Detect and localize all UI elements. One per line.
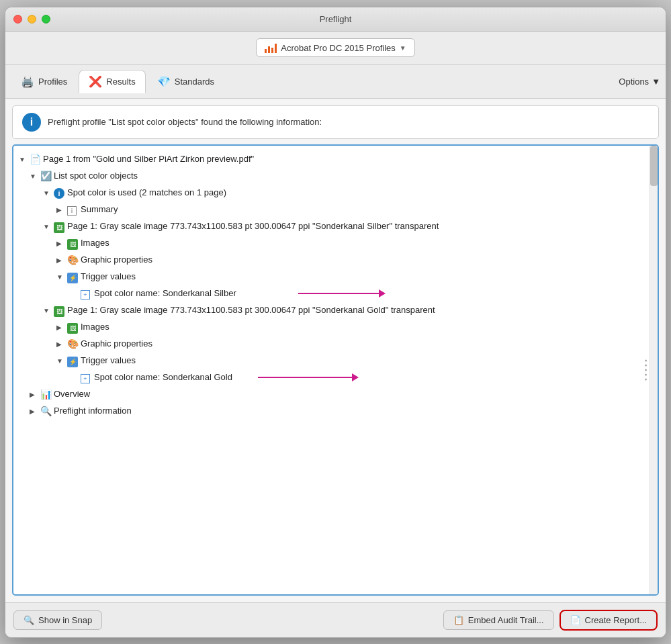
tree-item-13-label: Trigger values xyxy=(81,354,136,367)
tree-row-3[interactable]: ▼ i Spot color is used (2 matches on 1 p… xyxy=(16,185,655,201)
tree-row-7[interactable]: ▶ 🎨 Graphic properties xyxy=(16,252,655,269)
maximize-button[interactable] xyxy=(42,15,50,24)
tab-bar: 🖨️ Profiles ❌ Results 💎 Standards Option… xyxy=(5,65,666,99)
summary-icon: i xyxy=(67,203,81,217)
tree-row-8[interactable]: ▼ ⚡ Trigger values xyxy=(16,269,655,285)
expand-icon-4[interactable]: ▶ xyxy=(56,205,67,215)
scrollbar-track[interactable] xyxy=(650,146,658,594)
tree-item-1-label: Page 1 from "Gold und Silber PiArt Zirko… xyxy=(43,152,254,166)
images-icon-2: 🖼 xyxy=(67,320,81,334)
embed-audit-icon: 📋 xyxy=(453,615,464,625)
tab-profiles[interactable]: 🖨️ Profiles xyxy=(11,70,77,93)
tree-row-5[interactable]: ▼ 🖼 Page 1: Gray scale image 773.743x110… xyxy=(16,218,655,235)
show-snap-button[interactable]: 🔍 Show in Snap xyxy=(13,610,102,630)
create-report-label: Create Report... xyxy=(585,615,647,625)
create-report-icon: 📄 xyxy=(570,615,581,625)
spot-color-icon-1: + xyxy=(81,287,94,301)
tree-item-16-label: Preflight information xyxy=(54,404,132,418)
resize-handle[interactable] xyxy=(645,359,647,380)
expand-icon-13[interactable]: ▼ xyxy=(56,356,67,366)
expand-icon-15[interactable]: ▶ xyxy=(30,389,40,400)
expand-icon-6[interactable]: ▶ xyxy=(56,238,67,248)
show-snap-icon: 🔍 xyxy=(24,615,34,625)
window-title: Preflight xyxy=(320,14,352,24)
close-button[interactable] xyxy=(13,15,22,24)
profiles-icon: 🖨️ xyxy=(21,75,34,88)
tree-row-10[interactable]: ▼ 🖼 Page 1: Gray scale image 773.743x110… xyxy=(16,302,655,319)
tab-results[interactable]: ❌ Results xyxy=(79,70,145,93)
trigger-icon-2: ⚡ xyxy=(67,354,81,368)
tree-item-5-label: Page 1: Gray scale image 773.743x1100.58… xyxy=(67,220,439,233)
tree-row-12[interactable]: ▶ 🎨 Graphic properties xyxy=(16,336,655,353)
images-icon-1: 🖼 xyxy=(67,236,81,250)
expand-icon-3[interactable]: ▼ xyxy=(43,188,54,198)
expand-icon-7[interactable]: ▶ xyxy=(56,255,67,265)
tree-row-15[interactable]: ▶ 📊 Overview xyxy=(16,386,655,403)
main-window: Preflight Acrobat Pro DC 2015 Profiles ▼… xyxy=(5,7,666,638)
image-green-icon-2: 🖼 xyxy=(54,304,67,318)
create-report-button[interactable]: 📄 Create Report... xyxy=(560,610,658,631)
expand-icon-5[interactable]: ▼ xyxy=(43,222,54,232)
arrow-silber xyxy=(298,289,386,297)
expand-icon-11[interactable]: ▶ xyxy=(56,322,67,332)
spot-info-icon: i xyxy=(54,186,67,200)
spot-color-icon-2: + xyxy=(81,371,94,385)
tree-panel[interactable]: ▼ 📄 Page 1 from "Gold und Silber PiArt Z… xyxy=(12,144,659,596)
tab-standards[interactable]: 💎 Standards xyxy=(147,70,224,93)
content-area: i Preflight profile "List spot color obj… xyxy=(5,99,666,602)
tree-row-13[interactable]: ▼ ⚡ Trigger values xyxy=(16,353,655,369)
tree-item-3-label: Spot color is used (2 matches on 1 page) xyxy=(67,186,226,199)
tree-item-15-label: Overview xyxy=(54,387,90,401)
tree-row-4[interactable]: ▶ i Summary xyxy=(16,201,655,218)
minimize-button[interactable] xyxy=(28,15,36,24)
scrollbar-thumb[interactable] xyxy=(650,146,658,186)
tab-results-label: Results xyxy=(106,77,135,87)
tree-item-9-label: Spot color name: Sonderkanal Silber xyxy=(94,287,236,300)
tree-row-14[interactable]: + Spot color name: Sonderkanal Gold xyxy=(16,369,655,386)
tree-item-11-label: Images xyxy=(81,320,109,334)
preflight-info-icon: 🔍 xyxy=(40,404,54,418)
expand-icon-8[interactable]: ▼ xyxy=(56,272,67,282)
tree-row-16[interactable]: ▶ 🔍 Preflight information xyxy=(16,403,655,420)
pdf-icon: 📄 xyxy=(30,152,43,167)
expand-icon-2[interactable]: ▼ xyxy=(30,171,40,181)
options-button[interactable]: Options ▼ xyxy=(619,77,660,87)
info-icon: i xyxy=(22,113,41,132)
profile-toolbar: Acrobat Pro DC 2015 Profiles ▼ xyxy=(5,32,666,65)
tree-row-2[interactable]: ▼ ☑️ List spot color objects xyxy=(16,168,655,185)
tree-item-2-label: List spot color objects xyxy=(54,169,138,183)
overview-icon: 📊 xyxy=(40,387,54,402)
standards-icon: 💎 xyxy=(157,75,171,88)
tree-row-1[interactable]: ▼ 📄 Page 1 from "Gold und Silber PiArt Z… xyxy=(16,151,655,168)
expand-icon-16[interactable]: ▶ xyxy=(30,406,40,416)
tree-panel-wrapper: ▼ 📄 Page 1 from "Gold und Silber PiArt Z… xyxy=(12,144,659,596)
tree-item-8-label: Trigger values xyxy=(81,270,136,283)
graphic-props-icon-2: 🎨 xyxy=(67,337,81,351)
graphic-props-icon-1: 🎨 xyxy=(67,253,81,267)
image-green-icon-1: 🖼 xyxy=(54,220,67,234)
tree-item-10-label: Page 1: Gray scale image 773.743x1100.58… xyxy=(67,304,435,317)
info-bar-text: Preflight profile "List spot color objec… xyxy=(48,117,322,127)
tree-row-6[interactable]: ▶ 🖼 Images xyxy=(16,235,655,252)
show-snap-label: Show in Snap xyxy=(38,615,92,625)
expand-icon-12[interactable]: ▶ xyxy=(56,339,67,349)
results-icon: ❌ xyxy=(89,75,102,88)
dropdown-arrow-icon: ▼ xyxy=(400,44,406,52)
expand-icon-10[interactable]: ▼ xyxy=(43,306,54,316)
tab-standards-label: Standards xyxy=(175,77,214,87)
bottom-bar: 🔍 Show in Snap 📋 Embed Audit Trail... 📄 … xyxy=(5,602,666,637)
tree-item-7-label: Graphic properties xyxy=(81,253,152,267)
embed-audit-label: Embed Audit Trail... xyxy=(468,615,544,625)
profile-dropdown[interactable]: Acrobat Pro DC 2015 Profiles ▼ xyxy=(256,38,414,57)
checklist-icon: ☑️ xyxy=(40,169,54,183)
profile-dropdown-label: Acrobat Pro DC 2015 Profiles xyxy=(281,43,396,53)
expand-icon-1[interactable]: ▼ xyxy=(19,154,30,165)
tree-item-4-label: Summary xyxy=(81,203,118,216)
embed-audit-button[interactable]: 📋 Embed Audit Trail... xyxy=(443,610,554,630)
tree-item-14-label: Spot color name: Sonderkanal Gold xyxy=(94,371,232,384)
trigger-icon-1: ⚡ xyxy=(67,270,81,284)
tree-row-9[interactable]: + Spot color name: Sonderkanal Silber xyxy=(16,285,655,302)
arrow-gold xyxy=(258,373,359,381)
options-label: Options xyxy=(619,77,649,87)
tree-row-11[interactable]: ▶ 🖼 Images xyxy=(16,319,655,336)
